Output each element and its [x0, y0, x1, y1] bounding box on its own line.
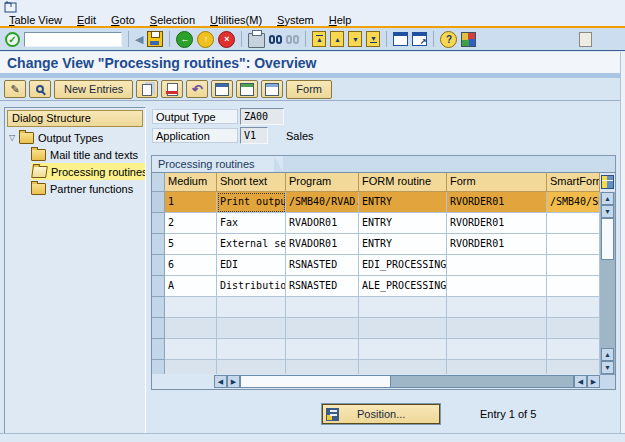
menu-help[interactable]: Help [329, 14, 352, 26]
cell-program[interactable]: RSNASTED [286, 276, 359, 297]
select-all-button[interactable] [211, 80, 233, 98]
table-row-empty[interactable] [152, 318, 615, 339]
delete-button[interactable] [161, 80, 183, 98]
column-header-medium[interactable]: Medium [165, 173, 217, 192]
row-selector[interactable] [152, 234, 165, 255]
table-row[interactable]: 5External sendRVADOR01ENTRYRVORDER01 [152, 234, 615, 255]
cell-short_text[interactable]: Fax [217, 213, 286, 234]
row-selector[interactable] [152, 339, 165, 360]
row-selector[interactable] [152, 213, 165, 234]
scroll-right-icon[interactable]: ▶ [587, 375, 600, 388]
form-button[interactable]: Form [286, 80, 332, 99]
table-row[interactable]: 1Print output/SMB40/RVAD..ENTRYRVORDER01… [152, 192, 615, 213]
column-header-short-text[interactable]: Short text [217, 173, 286, 192]
tree-item-partner-functions[interactable]: Partner functions [5, 180, 145, 197]
position-button[interactable]: Position... [322, 404, 440, 424]
command-field[interactable] [24, 32, 122, 47]
new-entries-button[interactable]: New Entries [54, 80, 133, 99]
row-selector[interactable] [152, 276, 165, 297]
cell-form_routine[interactable]: ENTRY [359, 234, 447, 255]
vertical-scroll-track[interactable] [601, 260, 614, 348]
tab-processing-routines[interactable]: Processing routines [152, 156, 274, 172]
scroll-up-icon[interactable]: ▲ [601, 348, 614, 361]
cell-program[interactable]: /SMB40/RVAD.. [286, 192, 359, 213]
cell-smartform[interactable]: /SMB40/SD [547, 192, 600, 213]
tree-item-output-types[interactable]: ▽ Output Types [5, 129, 145, 146]
cell-medium[interactable]: A [165, 276, 217, 297]
cell-form[interactable]: RVORDER01 [447, 213, 547, 234]
horizontal-scroll-track[interactable] [240, 375, 574, 388]
table-row-empty[interactable] [152, 360, 615, 375]
enter-icon[interactable]: ✓ [5, 32, 20, 47]
cell-short_text[interactable]: External send [217, 234, 286, 255]
expander-icon[interactable]: ▽ [5, 133, 19, 142]
scroll-down-icon[interactable]: ▼ [601, 205, 614, 218]
horizontal-scroll-thumb[interactable] [241, 376, 391, 387]
column-header-form[interactable]: Form [447, 173, 547, 192]
cell-program[interactable]: RVADOR01 [286, 213, 359, 234]
table-row[interactable]: 6EDIRSNASTEDEDI_PROCESSING [152, 255, 615, 276]
copy-button[interactable] [136, 80, 158, 98]
table-row-empty[interactable] [152, 339, 615, 360]
create-shortcut-icon[interactable] [412, 32, 427, 46]
scroll-left-icon[interactable]: ◀ [214, 375, 227, 388]
table-row[interactable]: 2FaxRVADOR01ENTRYRVORDER01 [152, 213, 615, 234]
cell-smartform[interactable] [547, 255, 600, 276]
customize-layout-icon[interactable] [461, 32, 476, 47]
cell-form[interactable]: RVORDER01 [447, 234, 547, 255]
row-selector[interactable] [152, 255, 165, 276]
last-page-icon[interactable]: ▼ [366, 31, 380, 47]
command-history-icon[interactable] [579, 32, 592, 47]
scroll-up-icon[interactable]: ▲ [601, 192, 614, 205]
tree-item-mail-title[interactable]: Mail title and texts [5, 146, 145, 163]
find-next-icon[interactable] [286, 35, 299, 44]
cell-form_routine[interactable]: ALE_PROCESSING [359, 276, 447, 297]
cell-short_text[interactable]: EDI [217, 255, 286, 276]
row-selector[interactable] [152, 297, 165, 318]
scroll-right-icon[interactable]: ▶ [227, 375, 240, 388]
cell-medium[interactable]: 5 [165, 234, 217, 255]
save-icon[interactable] [147, 31, 163, 47]
page-up-icon[interactable]: ▲ [330, 31, 344, 47]
cell-program[interactable]: RSNASTED [286, 255, 359, 276]
back-step-icon[interactable]: ◀ [135, 33, 143, 46]
menu-system[interactable]: System [277, 14, 314, 26]
find-icon[interactable] [269, 35, 282, 44]
column-config-icon[interactable] [601, 175, 614, 189]
table-row[interactable]: ADistribution (A..RSNASTEDALE_PROCESSING [152, 276, 615, 297]
row-selector[interactable] [152, 318, 165, 339]
select-block-button[interactable] [236, 80, 258, 98]
deselect-all-button[interactable] [261, 80, 283, 98]
tree-item-processing-routines[interactable]: Processing routines [5, 163, 145, 180]
page-down-icon[interactable]: ▼ [348, 31, 362, 47]
vertical-scroll-thumb[interactable] [601, 218, 614, 260]
cell-medium[interactable]: 1 [165, 192, 217, 213]
back-icon[interactable]: ← [176, 31, 193, 48]
cell-form[interactable] [447, 255, 547, 276]
change-display-button[interactable]: ✎ [4, 80, 26, 98]
display-button[interactable] [29, 80, 51, 98]
column-header-form-routine[interactable]: FORM routine [359, 173, 447, 192]
row-selector[interactable] [152, 192, 165, 213]
cell-short_text[interactable]: Print output [217, 192, 286, 213]
cell-form_routine[interactable]: EDI_PROCESSING [359, 255, 447, 276]
table-row-empty[interactable] [152, 297, 615, 318]
column-header-smartform[interactable]: SmartForm [547, 173, 600, 192]
cell-medium[interactable]: 6 [165, 255, 217, 276]
print-icon[interactable] [248, 33, 265, 48]
menu-edit[interactable]: Edit [77, 14, 96, 26]
cell-program[interactable]: RVADOR01 [286, 234, 359, 255]
horizontal-scrollbar[interactable]: ◀ ▶ ◀ ▶ [152, 374, 600, 389]
cell-smartform[interactable] [547, 276, 600, 297]
cell-smartform[interactable] [547, 234, 600, 255]
menu-goto[interactable]: Goto [111, 14, 135, 26]
cell-form[interactable]: RVORDER01 [447, 192, 547, 213]
exit-icon[interactable]: ↑ [197, 31, 214, 48]
column-header-program[interactable]: Program [286, 173, 359, 192]
help-icon[interactable]: ? [440, 31, 457, 48]
cell-smartform[interactable] [547, 213, 600, 234]
first-page-icon[interactable]: ▲ [312, 31, 326, 47]
cell-short_text[interactable]: Distribution (A.. [217, 276, 286, 297]
menu-table-view[interactable]: Table View [9, 14, 62, 26]
output-type-field[interactable]: ZA00 [240, 108, 284, 125]
